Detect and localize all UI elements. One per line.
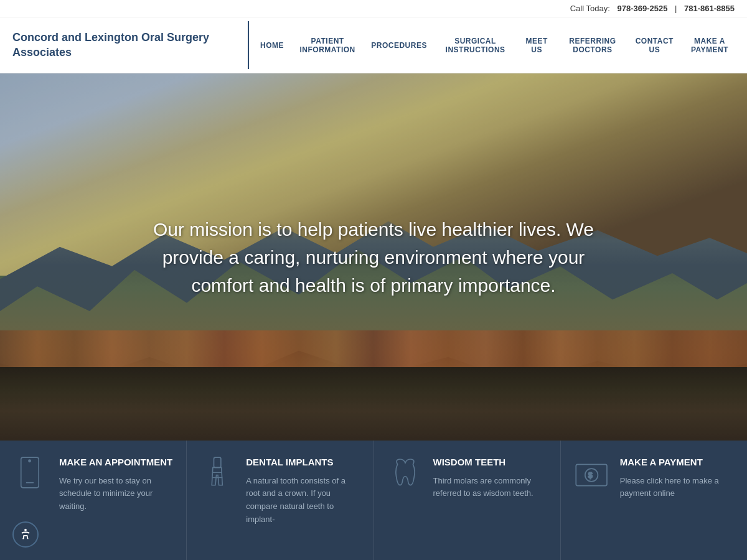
card-title-make-payment: MAKE A PAYMENT <box>620 456 735 469</box>
nav-item-contact-us[interactable]: CONTACT US <box>631 34 679 57</box>
svg-rect-3 <box>214 457 221 467</box>
call-label: Call Today: <box>570 4 610 13</box>
tooth-icon <box>387 456 424 493</box>
svg-text:$: $ <box>588 470 593 479</box>
hero-text: Our mission is to help patients live hea… <box>140 203 607 312</box>
mission-text: Our mission is to help patients live hea… <box>153 215 594 299</box>
logo-area: Concord and Lexington Oral Surgery Assoc… <box>0 21 249 69</box>
card-dental-implants[interactable]: DENTAL IMPLANTS A natural tooth consists… <box>187 441 374 560</box>
hero-section: Our mission is to help patients live hea… <box>0 73 747 441</box>
logo-text[interactable]: Concord and Lexington Oral Surgery Assoc… <box>12 30 235 60</box>
card-content-make-payment: MAKE A PAYMENT Please click here to make… <box>620 456 735 500</box>
card-title-wisdom-teeth: WISDOM TEETH <box>433 456 548 469</box>
card-make-payment[interactable]: $ MAKE A PAYMENT Please click here to ma… <box>561 441 747 560</box>
bottom-cards: MAKE AN APPOINTMENT We try our best to s… <box>0 441 747 560</box>
card-desc-wisdom-teeth: Third molars are commonly referred to as… <box>433 475 548 501</box>
accessibility-icon <box>19 528 32 541</box>
header: Concord and Lexington Oral Surgery Assoc… <box>0 17 747 73</box>
nav-item-make-a-payment[interactable]: MAKE A PAYMENT <box>679 34 741 57</box>
main-nav: HOMEPATIENT INFORMATIONPROCEDURESSURGICA… <box>249 17 747 73</box>
payment-icon: $ <box>573 456 611 493</box>
svg-point-9 <box>24 529 27 531</box>
card-content-make-appointment: MAKE AN APPOINTMENT We try our best to s… <box>59 456 174 513</box>
phone-icon <box>12 456 50 493</box>
nav-item-procedures[interactable]: PROCEDURES <box>366 38 432 53</box>
nav-item-home[interactable]: HOME <box>255 38 289 53</box>
nav-item-surgical-instructions[interactable]: SURGICAL INSTRUCTIONS <box>432 34 519 57</box>
card-content-wisdom-teeth: WISDOM TEETH Third molars are commonly r… <box>433 456 548 500</box>
implant-icon <box>199 456 237 493</box>
accessibility-button[interactable] <box>12 521 39 548</box>
top-bar: Call Today: 978-369-2525 | 781-861-8855 <box>0 0 747 17</box>
nav-item-referring-doctors[interactable]: REFERRING DOCTORS <box>555 34 630 57</box>
svg-point-2 <box>29 460 31 462</box>
card-desc-make-appointment: We try our best to stay on schedule to m… <box>59 475 174 513</box>
card-wisdom-teeth[interactable]: WISDOM TEETH Third molars are commonly r… <box>374 441 561 560</box>
card-desc-make-payment: Please click here to make a payment onli… <box>620 475 735 501</box>
nav-item-meet-us[interactable]: MEET US <box>519 34 555 57</box>
card-desc-dental-implants: A natural tooth consists of a root and a… <box>246 475 360 526</box>
card-title-make-appointment: MAKE AN APPOINTMENT <box>59 456 174 469</box>
phone-2[interactable]: 781-861-8855 <box>684 4 735 13</box>
card-title-dental-implants: DENTAL IMPLANTS <box>246 456 360 469</box>
card-content-dental-implants: DENTAL IMPLANTS A natural tooth consists… <box>246 456 360 526</box>
phone-1[interactable]: 978-369-2525 <box>617 4 667 13</box>
nav-item-patient-information[interactable]: PATIENT INFORMATION <box>289 34 366 57</box>
